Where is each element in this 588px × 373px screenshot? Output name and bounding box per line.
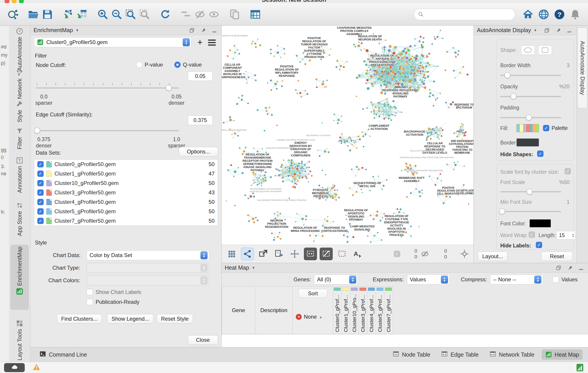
minimize-panel-icon[interactable] [566,27,573,34]
chart-data-select[interactable]: Color by Data Set ▲▼ [87,250,209,260]
network-node[interactable] [405,163,407,165]
heatmap-column-header[interactable]: Cluster10_gPro... [350,286,359,334]
network-node[interactable] [381,71,384,73]
network-node[interactable] [261,182,262,184]
network-node[interactable] [426,131,427,132]
network-node[interactable] [226,201,227,202]
network-node[interactable] [455,56,457,58]
network-node[interactable] [418,68,420,70]
compress-select[interactable]: -- None --▲▼ [490,275,543,284]
network-node[interactable] [256,150,259,152]
network-node[interactable] [292,161,294,163]
network-node[interactable] [338,197,340,199]
detach-view-button[interactable] [257,248,270,260]
network-node[interactable] [284,172,286,173]
network-node[interactable] [426,139,428,141]
hide-shapes-checkbox[interactable] [537,151,544,157]
network-node[interactable] [390,57,392,59]
network-node[interactable] [322,225,324,227]
network-node[interactable] [318,184,320,186]
network-node[interactable] [280,57,281,58]
network-node[interactable] [419,70,421,73]
genes-select[interactable]: All (0)▲▼ [314,275,358,284]
font-color-swatch[interactable] [529,219,551,227]
network-node[interactable] [385,86,388,88]
network-node[interactable] [421,189,423,191]
network-node[interactable] [304,170,306,172]
network-node[interactable] [453,169,455,170]
network-node[interactable] [309,59,311,61]
network-node[interactable] [362,192,363,193]
network-node[interactable] [405,63,407,66]
float-panel-icon[interactable] [543,27,551,34]
network-node[interactable] [354,142,355,144]
minimize-panel-icon[interactable] [577,264,585,272]
network-node[interactable] [304,164,306,166]
network-node[interactable] [361,189,362,190]
network-node[interactable] [445,102,447,104]
network-node[interactable] [233,45,235,47]
network-node[interactable] [255,80,257,81]
network-node[interactable] [419,195,421,197]
network-node[interactable] [308,161,310,163]
network-node[interactable] [410,69,413,71]
network-node[interactable] [358,74,361,77]
network-node[interactable] [245,71,247,72]
network-node[interactable] [403,212,405,214]
network-node[interactable] [412,83,414,84]
network-node[interactable] [274,83,277,86]
network-node[interactable] [369,190,371,192]
network-node[interactable] [280,238,281,240]
network-node[interactable] [460,126,461,128]
float-panel-icon[interactable] [555,264,562,272]
network-node[interactable] [326,148,327,150]
network-node[interactable] [414,38,415,40]
network-node[interactable] [452,101,454,103]
network-node[interactable] [369,135,370,137]
network-node[interactable] [361,167,364,169]
network-node[interactable] [294,170,295,171]
network-node[interactable] [365,72,368,75]
network-view[interactable]: ASTROCYTE DEVELOPMENTHUMORAL IMMUNE RESP… [221,26,473,245]
network-node[interactable] [386,67,389,70]
network-node[interactable] [253,221,255,223]
network-node[interactable] [457,54,459,56]
network-node[interactable] [263,179,264,181]
border-color-swatch[interactable] [516,138,539,147]
network-node[interactable] [390,70,392,72]
network-node[interactable] [365,64,368,66]
description-column-header[interactable]: Description [255,286,293,334]
zoom-out-icon[interactable] [110,7,124,22]
network-node[interactable] [341,142,342,144]
network-node[interactable] [371,104,373,106]
network-node[interactable] [452,47,454,49]
network-node[interactable] [401,111,402,113]
network-node[interactable] [454,77,456,79]
network-node[interactable] [282,181,284,182]
network-node[interactable] [259,44,261,47]
network-node[interactable] [267,82,268,84]
network-node[interactable] [409,64,410,65]
network-node[interactable] [409,45,412,47]
network-node[interactable] [308,167,310,168]
network-node[interactable] [253,148,254,149]
network-node[interactable] [386,81,388,84]
pin-panel-icon[interactable] [566,264,574,272]
length-spinner[interactable]: 15▲▼ [556,231,575,240]
network-node[interactable] [258,177,260,179]
network-node[interactable] [402,68,405,70]
network-node[interactable] [366,49,369,52]
network-node[interactable] [277,236,279,238]
network-node[interactable] [419,65,421,66]
network-node[interactable] [305,219,307,221]
network-node[interactable] [431,43,433,45]
network-node[interactable] [406,166,407,168]
network-node[interactable] [246,82,247,84]
network-node[interactable] [420,73,421,74]
network-node[interactable] [335,199,337,201]
network-node[interactable] [367,87,370,90]
network-node[interactable] [288,170,291,172]
network-node[interactable] [273,239,275,241]
tab-autoannotate-display[interactable]: AutoAnnotate Display [578,27,587,108]
network-node[interactable] [388,49,391,52]
